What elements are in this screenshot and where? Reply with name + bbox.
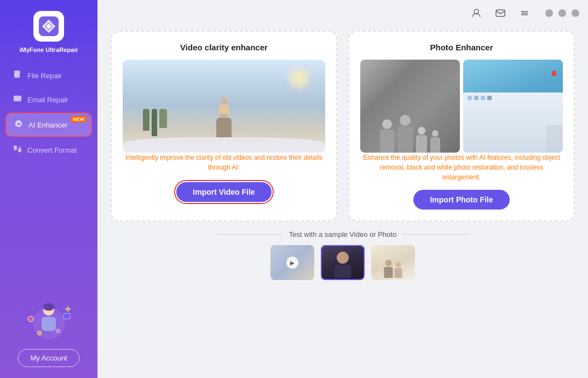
minimize-button[interactable]: −: [545, 9, 553, 17]
sidebar-item-email-repair[interactable]: Email Repair: [5, 89, 92, 111]
sample-line-left: [217, 234, 283, 235]
cards-row: Video clarity enhancer: [111, 31, 575, 222]
sample-line-right: [403, 234, 469, 235]
sidebar-item-convert-format-label: Convert Format: [27, 146, 77, 154]
mail-icon-btn[interactable]: [493, 5, 508, 21]
video-scene-graphic: [123, 60, 325, 153]
window-controls: − □ ×: [545, 9, 579, 17]
svg-rect-8: [18, 148, 21, 152]
sidebar-item-email-repair-label: Email Repair: [27, 96, 68, 104]
convert-format-icon: [13, 144, 22, 155]
sample-photo-thumb-2[interactable]: [371, 245, 415, 280]
video-clarity-desc: Intelligently improve the clarity of old…: [123, 153, 325, 172]
content-area: Video clarity enhancer: [97, 26, 588, 378]
svg-rect-11: [42, 317, 56, 331]
video-clarity-card: Video clarity enhancer: [111, 31, 337, 222]
sidebar-item-convert-format[interactable]: Convert Format: [5, 139, 92, 161]
video-clarity-title: Video clarity enhancer: [180, 43, 268, 52]
sample-section: Test with a sample Video or Photo ▶: [111, 230, 575, 280]
photo-enhancer-card: Photo Enhancer: [348, 31, 575, 222]
sidebar-item-ai-enhancer[interactable]: AI AI Enhancer NEW: [5, 113, 92, 137]
photo-pair-image: [360, 60, 563, 153]
sample-label: Test with a sample Video or Photo: [289, 230, 396, 239]
my-account-button[interactable]: My Account: [18, 349, 79, 367]
ai-enhancer-icon: AI: [14, 119, 23, 130]
svg-rect-4: [14, 96, 21, 101]
menu-icon-btn[interactable]: [517, 5, 532, 21]
sample-thumbnails: ▶: [270, 245, 415, 280]
svg-point-17: [474, 9, 479, 14]
svg-rect-18: [496, 10, 505, 16]
app-name-label: iMyFone UltraRepair: [20, 46, 78, 54]
sample-divider: Test with a sample Video or Photo: [111, 230, 575, 239]
app-logo-icon: [33, 11, 64, 42]
new-badge: NEW: [71, 116, 87, 123]
import-video-button[interactable]: Import Video File: [176, 182, 271, 202]
svg-text:AI: AI: [17, 122, 21, 126]
sidebar-illustration: [0, 290, 97, 340]
svg-point-12: [43, 303, 54, 311]
sidebar-nav: File Repair Email Repair AI AI Enhancer …: [0, 65, 97, 161]
main-area: − □ × Video clarity enhancer: [97, 0, 588, 378]
close-button[interactable]: ×: [572, 9, 579, 17]
photo-enhancer-desc: Enhance the quality of your photos with …: [360, 153, 563, 182]
sidebar: iMyFone UltraRepair File Repair: [0, 0, 97, 378]
svg-rect-7: [14, 146, 17, 149]
photo-thumb-2-graphic: [371, 245, 415, 280]
photo-enhancer-title: Photo Enhancer: [430, 43, 493, 52]
user-icon-btn[interactable]: [469, 5, 484, 21]
sidebar-item-ai-enhancer-label: AI Enhancer: [28, 121, 68, 129]
color-photo: [463, 60, 563, 153]
sample-video-thumb[interactable]: ▶: [270, 245, 314, 280]
play-icon: ▶: [286, 257, 298, 269]
maximize-button[interactable]: □: [558, 9, 566, 17]
svg-point-15: [37, 331, 42, 335]
sample-photo-thumb-1[interactable]: [321, 245, 365, 280]
photo-thumb-1-graphic: [322, 246, 364, 279]
import-photo-button[interactable]: Import Photo File: [413, 190, 509, 210]
email-repair-icon: [13, 94, 22, 105]
svg-rect-14: [64, 313, 70, 319]
app-logo-area: iMyFone UltraRepair: [20, 0, 78, 62]
svg-rect-16: [56, 329, 60, 333]
video-thumb-graphic: ▶: [270, 245, 314, 280]
sidebar-item-file-repair-label: File Repair: [27, 72, 62, 80]
file-repair-icon: [13, 70, 22, 81]
sidebar-illus-graphic: [19, 290, 79, 340]
import-video-btn-wrapper: Import Video File: [174, 180, 273, 204]
bw-photo: [360, 60, 460, 153]
titlebar: − □ ×: [97, 0, 588, 26]
sidebar-item-file-repair[interactable]: File Repair: [5, 65, 92, 86]
svg-point-13: [28, 316, 33, 322]
video-card-image: [123, 60, 325, 153]
